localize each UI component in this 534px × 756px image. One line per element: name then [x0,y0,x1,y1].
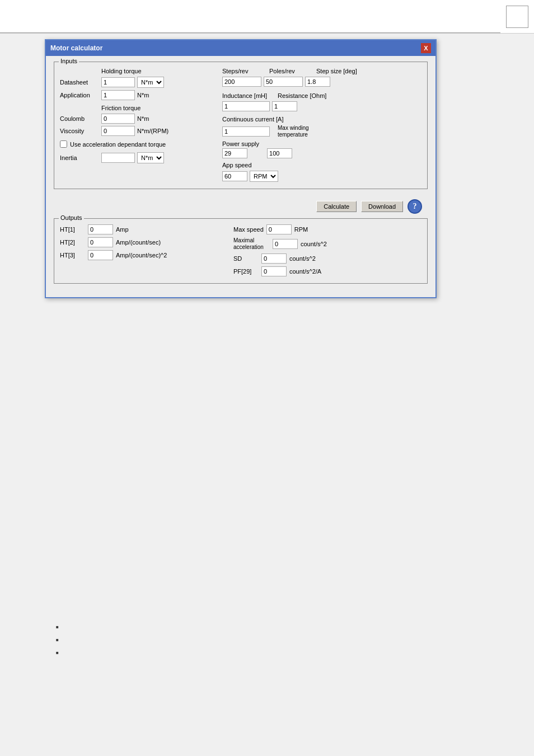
top-bar-line [0,32,500,33]
outputs-group: Outputs HT[1] Amp HT[2] Amp/(count/sec) [54,218,428,284]
accel-checkbox[interactable] [60,140,67,148]
application-row: Application N*m [60,90,217,100]
outputs-group-label: Outputs [59,214,84,221]
datasheet-label: Datasheet [60,79,99,86]
steps-poles-stepsize-input-row [222,77,421,87]
poles-rev-input[interactable] [264,77,303,87]
max-speed-label: Max speed [233,226,264,233]
sd-label: SD [233,255,259,262]
viscosity-row: Viscosity N*m/(RPM) [60,126,217,136]
inertia-unit-select[interactable]: N*m [137,152,164,163]
dialog-title-bar: Motor calculator X [46,40,435,56]
inputs-left-col: Holding torque Datasheet N*m Application [60,68,217,182]
ht1-unit: Amp [116,226,129,233]
pf29-label: PF[29] [233,268,259,275]
max-speed-unit: RPM [294,226,308,233]
maximal-accel-input [273,239,298,249]
help-button[interactable]: ? [407,199,422,214]
holding-torque-label: Holding torque [101,68,142,74]
coulomb-row: Coulomb N*m [60,114,217,124]
continuous-current-header-row: Continuous current [A] [222,116,421,123]
dialog-close-button[interactable]: X [421,43,431,53]
max-speed-input [266,224,292,234]
datasheet-row: Datasheet N*m [60,77,217,88]
steps-rev-input[interactable] [222,77,261,87]
top-bar-box [506,6,528,28]
datasheet-unit-select[interactable]: N*m [137,77,164,88]
ht2-unit: Amp/(count/sec) [116,239,161,246]
viscosity-label: Viscosity [60,128,99,134]
steps-rev-label: Steps/rev [222,68,267,74]
outputs-grid: HT[1] Amp HT[2] Amp/(count/sec) HT[3] Am… [60,224,421,276]
inductance-label: Inductance [mH] [222,92,275,99]
step-size-label: Step size [deg] [316,68,357,74]
ht2-input [88,237,113,247]
resistance-label: Resistance [Ohm] [278,92,326,99]
inductance-resistance-input-row [222,101,421,111]
continuous-current-input[interactable] [222,126,270,137]
application-unit: N*m [137,92,149,98]
sd-row: SD count/s^2 [233,253,421,264]
continuous-current-input-row: Max winding temperature [222,125,421,138]
ht2-label: HT[2] [60,239,85,246]
ht1-input [88,224,113,234]
coulomb-label: Coulomb [60,115,99,122]
pf29-input [261,266,287,276]
dialog-title: Motor calculator [50,44,102,52]
inertia-row: Inertia N*m [60,152,217,163]
power-supply-input[interactable] [222,148,247,158]
app-speed-label: App speed [222,162,252,168]
ht3-row: HT[3] Amp/(count/sec)^2 [60,250,228,260]
friction-torque-label: Friction torque [101,105,140,111]
top-bar [0,0,534,34]
ht2-row: HT[2] Amp/(count/sec) [60,237,228,247]
bullet-item-3 [56,648,62,656]
inertia-label: Inertia [60,154,99,161]
max-winding-input-section [267,140,292,158]
outputs-left: HT[1] Amp HT[2] Amp/(count/sec) HT[3] Am… [60,224,228,276]
maximal-accel-label-group: Maximal acceleration [233,237,270,251]
continuous-current-label: Continuous current [A] [222,116,283,123]
holding-torque-header-row: Holding torque [60,68,217,74]
pf29-row: PF[29] count/s^2/A [233,266,421,276]
inductance-resistance-header-row: Inductance [mH] Resistance [Ohm] [222,92,421,99]
bullet-item-2 [56,635,62,644]
max-winding-input[interactable] [267,148,292,158]
motor-calculator-dialog: Motor calculator X Inputs Holding torque… [45,39,437,298]
step-size-input[interactable] [305,77,330,87]
ht1-row: HT[1] Amp [60,224,228,234]
ht1-label: HT[1] [60,226,85,233]
calculate-button[interactable]: Calculate [316,201,357,212]
buttons-row: Calculate Download ? [54,195,428,218]
viscosity-unit: N*m/(RPM) [137,128,168,134]
coulomb-input[interactable] [101,114,135,124]
app-speed-unit-select[interactable]: RPM [250,171,278,182]
pf29-unit: count/s^2/A [289,268,321,275]
inputs-group-label: Inputs [59,58,79,64]
power-supply-label: Power supply [222,140,259,147]
power-supply-section: Power supply [222,140,259,158]
outputs-right: Max speed RPM Maximal acceleration count… [233,224,421,276]
maximal-accel-label: Maximal [233,237,270,244]
app-speed-header-row: App speed [222,162,421,168]
ht3-unit: Amp/(count/sec)^2 [116,252,167,259]
datasheet-input[interactable] [101,77,135,87]
inputs-grid: Holding torque Datasheet N*m Application [60,68,421,182]
ht3-label: HT[3] [60,252,85,259]
application-input[interactable] [101,90,135,100]
inertia-input[interactable] [101,153,135,163]
temperature-label: temperature [278,132,309,138]
maximal-accel-row: Maximal acceleration count/s^2 [233,237,421,251]
sd-unit: count/s^2 [289,255,316,262]
steps-poles-stepsize-header-row: Steps/rev Poles/rev Step size [deg] [222,68,421,74]
max-winding-label: Max winding [278,125,309,132]
inputs-right-col: Steps/rev Poles/rev Step size [deg] Indu… [222,68,421,182]
inductance-input[interactable] [222,101,270,111]
max-speed-row: Max speed RPM [233,224,421,234]
download-button[interactable]: Download [361,201,403,212]
viscosity-input[interactable] [101,126,135,136]
app-speed-input[interactable] [222,171,247,181]
resistance-input[interactable] [272,101,297,111]
app-speed-input-row: RPM [222,171,421,182]
bullet-item-1 [56,622,62,631]
